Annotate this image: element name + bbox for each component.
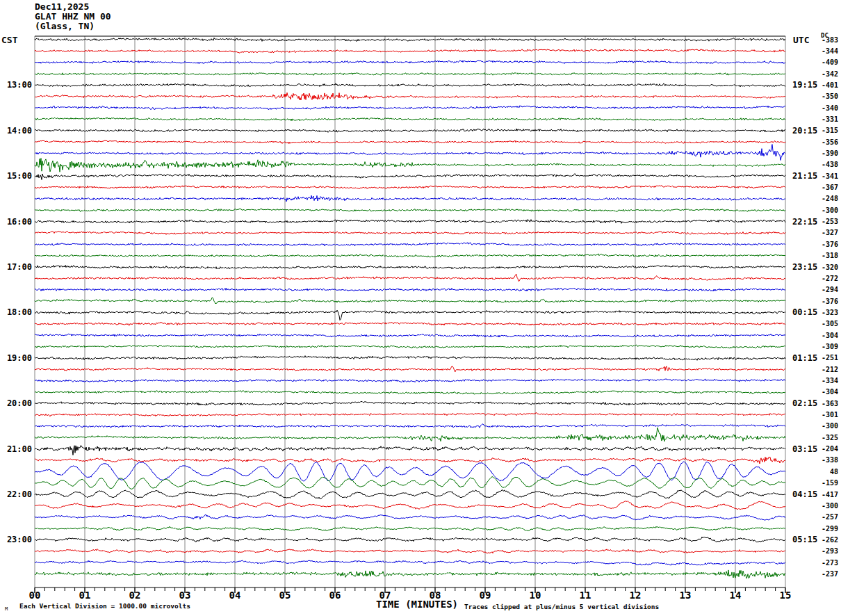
trace-row: [35, 92, 785, 100]
dc-value: -299: [822, 525, 838, 533]
dc-value: -318: [822, 252, 838, 259]
trace-row: [35, 526, 785, 530]
utc-hour-label: 03:15: [792, 444, 817, 454]
dc-value: -294: [822, 286, 838, 293]
minute-label: 02: [129, 590, 141, 601]
trace-row: [35, 401, 785, 405]
minute-label: 11: [580, 590, 591, 601]
trace-row: [35, 38, 785, 41]
cst-hour-label: 22:00: [7, 489, 32, 499]
utc-hour-label: 22:15: [792, 217, 817, 227]
helicorder-plot[interactable]: Dec11,2025 GLAT HHZ NM 00 (Glass, TN) CS…: [0, 0, 841, 616]
minute-label: 04: [229, 590, 241, 601]
dc-value: -309: [822, 343, 838, 350]
utc-hour-label: 23:15: [792, 262, 817, 272]
left-timezone-label: CST: [1, 35, 18, 45]
cst-hour-label: 16:00: [7, 217, 32, 227]
dc-value: -401: [822, 81, 838, 89]
trace-row: [35, 514, 785, 520]
trace-row: [35, 145, 785, 161]
trace-row: [35, 390, 785, 394]
trace-row: [35, 537, 785, 542]
dc-value: -438: [822, 161, 838, 168]
trace-row: [35, 274, 785, 281]
header-location: (Glass, TN): [35, 21, 95, 31]
trace-row: [35, 174, 785, 180]
dc-value: -334: [822, 377, 838, 384]
dc-value: -253: [822, 218, 838, 225]
dc-value: -340: [822, 104, 838, 112]
helicorder-page: Dec11,2025 GLAT HHZ NM 00 (Glass, TN) CS…: [0, 0, 841, 616]
cst-hour-label: 21:00: [7, 444, 32, 454]
dc-value: -376: [822, 241, 838, 248]
utc-hour-label: 05:15: [792, 535, 817, 544]
trace-row: [35, 501, 785, 510]
trace-row: [35, 254, 785, 257]
dc-value: -363: [822, 400, 838, 407]
trace-row: [35, 424, 785, 428]
dc-value: -293: [822, 547, 838, 555]
trace-row: [35, 298, 785, 304]
utc-hour-label: 00:15: [792, 307, 817, 317]
dc-value: -257: [822, 513, 838, 521]
cst-hour-label: 17:00: [7, 262, 32, 272]
dc-value: -304: [822, 388, 838, 396]
trace-row: [35, 220, 785, 224]
trace-row: [35, 560, 785, 565]
dc-value: -248: [822, 195, 838, 202]
dc-value: -301: [822, 411, 838, 419]
cst-hour-label: 23:00: [7, 535, 32, 544]
dc-value: -342: [822, 70, 838, 78]
dc-value: -159: [822, 479, 838, 487]
dc-value: -325: [822, 434, 838, 441]
dc-value: 48: [830, 468, 838, 476]
trace-row: [35, 379, 785, 382]
trace-row: [35, 159, 785, 172]
trace-row: [35, 356, 785, 361]
header-station: GLAT HHZ NM 00: [35, 11, 111, 22]
x-axis-title: TIME (MINUTES): [376, 599, 458, 610]
cst-hour-labels: 13:0014:0015:0016:0017:0018:0019:0020:00…: [7, 80, 32, 544]
right-timezone-label: UTC: [793, 35, 809, 45]
dc-value: -300: [822, 502, 838, 510]
trace-row: [35, 477, 785, 489]
minute-label: 00: [29, 590, 41, 601]
utc-hour-label: 20:15: [792, 126, 817, 136]
dc-value: -383: [822, 36, 838, 44]
trace-group: [35, 38, 785, 578]
cst-hour-label: 14:00: [7, 126, 32, 136]
minute-label: 10: [530, 590, 541, 601]
dc-value: -356: [822, 138, 838, 146]
utc-hour-label: 21:15: [792, 171, 817, 181]
trace-row: [35, 288, 785, 291]
trace-row: [35, 49, 785, 54]
dc-value: -262: [822, 536, 838, 544]
trace-row: [35, 209, 785, 212]
utc-hour-labels: 19:1520:1521:1522:1523:1500:1501:1502:15…: [792, 80, 817, 544]
dc-value: -341: [822, 172, 838, 180]
trace-row: [35, 60, 785, 64]
dc-value: -323: [822, 309, 838, 316]
utc-hour-label: 04:15: [792, 489, 817, 499]
dc-value: -417: [822, 491, 838, 499]
dc-value: -251: [822, 354, 838, 362]
dc-value: -305: [822, 320, 838, 327]
trace-row: [35, 322, 785, 325]
cst-hour-label: 13:00: [7, 80, 32, 90]
dc-value: -315: [822, 127, 838, 134]
dc-value: -409: [822, 58, 838, 66]
dc-value: -327: [822, 229, 838, 236]
trace-row: [35, 265, 785, 268]
trace-row: [35, 549, 785, 553]
footer-scale-note: Each Vertical Division = 1000.00 microvo…: [19, 602, 190, 610]
dc-value: -338: [822, 456, 838, 464]
utc-hour-label: 02:15: [792, 398, 817, 408]
cst-hour-label: 18:00: [7, 307, 32, 317]
dc-value: -331: [822, 115, 838, 123]
cst-hour-label: 20:00: [7, 398, 32, 408]
trace-row: [35, 140, 785, 144]
dc-value: -376: [822, 298, 838, 305]
trace-row: [35, 412, 785, 416]
minute-label: 03: [179, 590, 191, 601]
minute-label: 09: [480, 590, 491, 601]
